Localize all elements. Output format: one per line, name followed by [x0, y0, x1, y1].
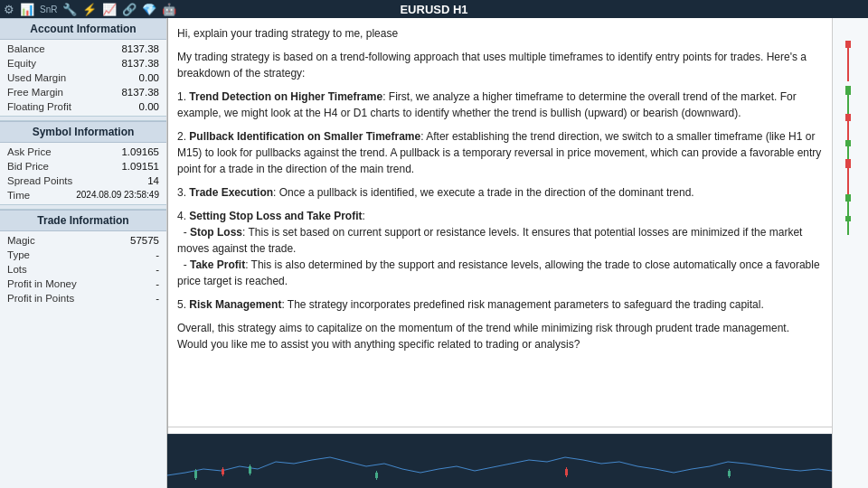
assistant-point-5: 5. Risk Management: The strategy incorpo…	[177, 296, 823, 313]
svg-rect-7	[845, 140, 851, 146]
user-message: Hi, explain your trading strategy to me,…	[177, 25, 823, 42]
used-margin-row: Used Margin 0.00	[4, 70, 163, 85]
profit-money-label: Profit in Money	[7, 278, 77, 289]
settings-icon[interactable]: ⚙	[4, 3, 14, 16]
main-toolbar: ⚙ 📊 SnR 🔧 ⚡ 📈 🔗 💎 🤖 EURUSD H1	[0, 0, 868, 18]
svg-rect-21	[376, 471, 377, 480]
svg-rect-0	[847, 45, 849, 81]
tools-icon[interactable]: 🔧	[62, 3, 77, 16]
floating-profit-row: Floating Profit 0.00	[4, 99, 163, 114]
lightning-icon[interactable]: ⚡	[82, 3, 97, 16]
main-layout: Account Information Balance 8137.38 Equi…	[0, 18, 868, 488]
spread-points-row: Spread Points 14	[4, 174, 163, 188]
balance-row: Balance 8137.38	[4, 42, 163, 56]
time-value: 2024.08.09 23:58:49	[76, 190, 159, 201]
time-label: Time	[7, 190, 30, 201]
chart-title: EURUSD H1	[400, 3, 467, 16]
free-margin-row: Free Margin 8137.38	[4, 85, 163, 99]
right-chart-svg	[833, 18, 867, 434]
ask-price-value: 1.09165	[121, 146, 159, 157]
svg-rect-13	[845, 216, 851, 221]
svg-rect-9	[845, 159, 851, 168]
bid-price-row: Bid Price 1.09151	[4, 159, 163, 174]
type-row: Type -	[4, 248, 163, 262]
symbol-info-table: Ask Price 1.09165 Bid Price 1.09151 Spre…	[0, 143, 166, 204]
lots-value: -	[156, 264, 159, 275]
used-margin-value: 0.00	[139, 72, 159, 83]
profit-money-value: -	[156, 278, 159, 289]
trade-info-table: Magic 57575 Type - Lots - Profit in Mone…	[0, 231, 166, 307]
svg-rect-19	[250, 465, 250, 475]
bottom-chart-svg	[167, 435, 832, 488]
ask-price-label: Ask Price	[7, 146, 52, 157]
trend-icon[interactable]: 📈	[102, 3, 117, 16]
ask-price-row: Ask Price 1.09165	[4, 145, 163, 159]
svg-rect-23	[566, 467, 567, 477]
lots-row: Lots -	[4, 262, 163, 277]
assistant-conclusion: Overall, this strategy aims to capitaliz…	[177, 320, 823, 352]
equity-value: 8137.38	[121, 58, 159, 69]
assistant-point-4: 4. Setting Stop Loss and Take Profit: - …	[177, 208, 823, 289]
free-margin-value: 8137.38	[121, 87, 159, 98]
lots-label: Lots	[7, 264, 27, 275]
bid-price-label: Bid Price	[7, 161, 49, 172]
svg-rect-5	[845, 114, 851, 121]
right-chart	[832, 18, 868, 488]
spread-points-value: 14	[147, 175, 159, 186]
symbol-info-header: Symbol Information	[0, 121, 166, 143]
account-info-table: Balance 8137.38 Equity 8137.38 Used Marg…	[0, 40, 166, 116]
magic-row: Magic 57575	[4, 233, 163, 248]
spread-points-label: Spread Points	[7, 175, 72, 186]
trade-info-header: Trade Information	[0, 210, 166, 231]
svg-rect-15	[195, 469, 196, 480]
assistant-point-1: 1. Trend Detection on Higher Timeframe: …	[177, 89, 823, 121]
used-margin-label: Used Margin	[7, 72, 66, 83]
free-margin-label: Free Margin	[7, 87, 63, 98]
balance-value: 8137.38	[121, 43, 159, 54]
profit-points-label: Profit in Points	[7, 293, 74, 304]
profit-money-row: Profit in Money -	[4, 277, 163, 291]
link-icon[interactable]: 🔗	[122, 3, 137, 16]
time-row: Time 2024.08.09 23:58:49	[4, 188, 163, 202]
svg-rect-25	[729, 469, 730, 478]
bottom-chart	[167, 434, 832, 488]
profit-points-value: -	[156, 293, 159, 304]
svg-rect-17	[222, 467, 223, 476]
svg-rect-11	[845, 194, 851, 202]
type-value: -	[156, 249, 159, 260]
magic-label: Magic	[7, 235, 35, 246]
account-info-header: Account Information	[0, 18, 166, 40]
chat-messages: Hi, explain your trading strategy to me,…	[168, 18, 832, 427]
svg-rect-3	[845, 86, 851, 95]
equity-label: Equity	[7, 58, 36, 69]
left-panel: Account Information Balance 8137.38 Equi…	[0, 18, 167, 488]
assistant-point-3: 3. Trade Execution: Once a pullback is i…	[177, 184, 823, 201]
assistant-intro: My trading strategy is based on a trend-…	[177, 49, 823, 81]
type-label: Type	[7, 249, 30, 260]
snr-label[interactable]: SnR	[40, 5, 57, 14]
assistant-point-2: 2. Pullback Identification on Smaller Ti…	[177, 128, 823, 177]
magic-value: 57575	[130, 235, 159, 246]
svg-rect-1	[845, 41, 851, 48]
floating-profit-label: Floating Profit	[7, 101, 71, 112]
equity-row: Equity 8137.38	[4, 56, 163, 70]
robot-icon[interactable]: 🤖	[162, 3, 176, 16]
diamond-icon[interactable]: 💎	[142, 3, 156, 16]
floating-profit-value: 0.00	[139, 101, 159, 112]
profit-points-row: Profit in Points -	[4, 291, 163, 305]
balance-label: Balance	[7, 43, 45, 54]
chart-icon[interactable]: 📊	[20, 3, 34, 16]
bid-price-value: 1.09151	[121, 161, 159, 172]
chat-area: Hi, explain your trading strategy to me,…	[167, 18, 832, 488]
